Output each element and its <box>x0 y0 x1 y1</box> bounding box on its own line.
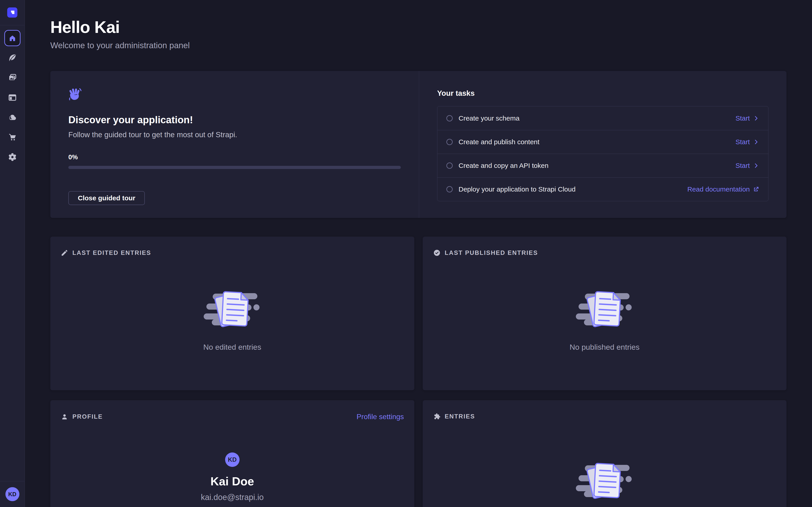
task-label: Create and copy an API token <box>459 162 549 169</box>
card-header: LAST PUBLISHED ENTRIES <box>423 237 787 257</box>
chevron-right-icon <box>753 139 759 145</box>
empty-documents-illustration <box>574 457 635 502</box>
profile-card: PROFILE Profile settings KD Kai Doe kai.… <box>50 400 414 507</box>
card-title: LAST PUBLISHED ENTRIES <box>445 249 538 257</box>
last-edited-entries-card: LAST EDITED ENTRIES <box>50 237 414 390</box>
profile-avatar: KD <box>225 452 240 467</box>
page-subtitle: Welcome to your administration panel <box>50 41 786 50</box>
empty-documents-illustration <box>202 285 263 331</box>
sidebar-bottom: KD <box>0 481 25 507</box>
empty-state-text: No edited entries <box>203 343 261 351</box>
empty-state: No published entries <box>423 457 787 507</box>
guided-tour-left: Discover your application! Follow the gu… <box>50 71 419 218</box>
sidebar-item-content-type-builder[interactable] <box>7 93 17 103</box>
card-header: ENTRIES <box>423 400 787 420</box>
pencil-icon <box>61 249 68 257</box>
task-read-documentation-link[interactable]: Read documentation <box>687 185 759 193</box>
sidebar-item-settings[interactable] <box>7 152 17 162</box>
progress-label: 0% <box>68 154 401 161</box>
marketplace-cart-icon <box>8 132 17 142</box>
profile-email: kai.doe@strapi.io <box>201 493 264 502</box>
sidebar-item-marketplace[interactable] <box>7 132 17 142</box>
task-action-label: Start <box>735 138 750 146</box>
page-header: Hello Kai Welcome to your administration… <box>50 17 786 50</box>
media-library-icon <box>8 73 17 82</box>
check-circle-icon <box>433 249 441 257</box>
external-link-icon <box>753 186 759 192</box>
cloud-icon <box>8 113 17 122</box>
last-published-entries-card: LAST PUBLISHED ENTRIES <box>423 237 787 390</box>
strapi-logo[interactable] <box>7 7 17 17</box>
waving-hand-icon <box>68 87 82 102</box>
settings-gear-icon <box>8 152 17 162</box>
task-start-link[interactable]: Start <box>735 114 759 122</box>
close-guided-tour-button[interactable]: Close guided tour <box>68 191 145 205</box>
empty-documents-illustration <box>574 285 635 331</box>
profile-entries-row: PROFILE Profile settings KD Kai Doe kai.… <box>50 400 786 507</box>
card-header: PROFILE Profile settings <box>50 400 414 421</box>
tasks-title: Your tasks <box>437 89 768 98</box>
sidebar: KD <box>0 0 25 507</box>
card-title: PROFILE <box>72 413 103 420</box>
profile-settings-link[interactable]: Profile settings <box>357 412 404 421</box>
guided-tour-description: Follow the guided tour to get the most o… <box>68 130 401 139</box>
person-icon <box>61 413 68 421</box>
task-action-label: Start <box>735 162 750 169</box>
puzzle-icon <box>433 412 441 420</box>
sidebar-item-content-manager[interactable] <box>7 53 17 63</box>
guided-tour-card: Discover your application! Follow the gu… <box>50 71 786 218</box>
sidebar-item-home[interactable] <box>4 30 20 46</box>
task-action-label: Read documentation <box>687 185 750 193</box>
task-label: Create your schema <box>459 114 519 122</box>
chevron-right-icon <box>753 163 759 169</box>
task-row: Create and publish content Start <box>437 130 768 154</box>
task-label: Deploy your application to Strapi Cloud <box>459 185 576 193</box>
card-header: LAST EDITED ENTRIES <box>50 237 414 257</box>
profile-name: Kai Doe <box>210 474 254 488</box>
chevron-right-icon <box>753 115 759 121</box>
content-type-builder-icon <box>8 93 17 102</box>
strapi-logo-icon <box>9 9 16 16</box>
task-list: Create your schema Start Create and publ… <box>437 106 768 201</box>
entries-cards-row: LAST EDITED ENTRIES <box>50 237 786 390</box>
entries-card: ENTRIES <box>423 400 787 507</box>
task-row: Create your schema Start <box>437 106 768 130</box>
feather-icon <box>8 53 17 63</box>
sidebar-nav <box>7 53 17 172</box>
card-title: LAST EDITED ENTRIES <box>72 249 151 257</box>
task-row: Deploy your application to Strapi Cloud … <box>437 177 768 201</box>
empty-state-text: No published entries <box>569 343 640 351</box>
task-status-circle <box>446 186 453 192</box>
sidebar-item-cloud[interactable] <box>7 112 17 122</box>
home-icon <box>8 34 16 42</box>
card-title: ENTRIES <box>445 413 475 420</box>
task-action-label: Start <box>735 114 750 122</box>
your-tasks-panel: Your tasks Create your schema Start Crea… <box>419 71 786 218</box>
task-start-link[interactable]: Start <box>735 138 759 146</box>
task-label: Create and publish content <box>459 138 540 146</box>
user-avatar[interactable]: KD <box>5 487 19 501</box>
progress-bar <box>68 166 401 169</box>
profile-body: KD Kai Doe kai.doe@strapi.io <box>50 421 414 507</box>
task-status-circle <box>446 163 453 169</box>
page-title: Hello Kai <box>50 17 786 37</box>
task-row: Create and copy an API token Start <box>437 154 768 177</box>
task-status-circle <box>446 139 453 145</box>
sidebar-item-media-library[interactable] <box>7 73 17 83</box>
empty-state: No published entries <box>423 285 787 351</box>
empty-state: No edited entries <box>50 285 414 351</box>
main-content: Hello Kai Welcome to your administration… <box>25 0 812 507</box>
task-status-circle <box>446 115 453 121</box>
task-start-link[interactable]: Start <box>735 162 759 169</box>
guided-tour-title: Discover your application! <box>68 114 401 125</box>
